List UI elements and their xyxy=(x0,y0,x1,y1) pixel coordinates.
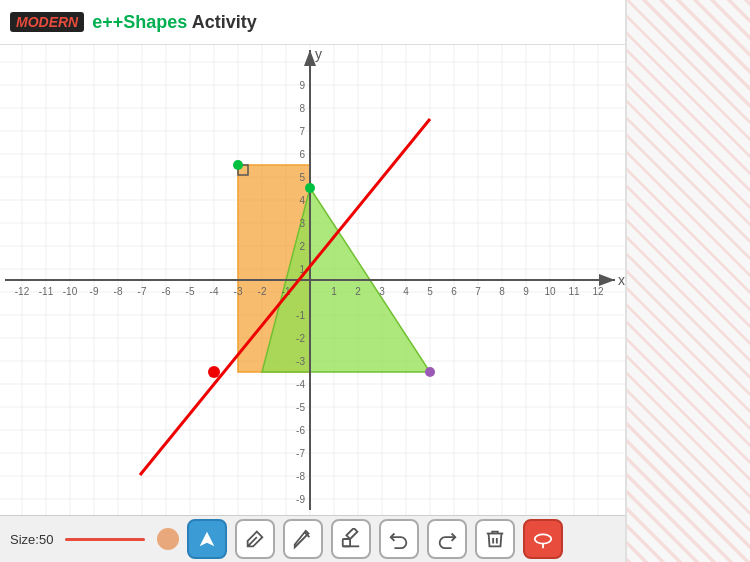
y-axis-label: y xyxy=(315,46,322,62)
pen-tool-button[interactable] xyxy=(235,519,275,559)
svg-text:-1: -1 xyxy=(296,310,305,321)
svg-text:-8: -8 xyxy=(114,286,123,297)
svg-text:6: 6 xyxy=(299,149,305,160)
x-axis-label: x xyxy=(618,272,625,288)
size-slider-thumb[interactable] xyxy=(157,528,179,550)
svg-point-90 xyxy=(535,534,552,543)
marker-tool-button[interactable] xyxy=(283,519,323,559)
svg-text:8: 8 xyxy=(499,286,505,297)
svg-text:9: 9 xyxy=(299,80,305,91)
svg-text:-5: -5 xyxy=(296,402,305,413)
app-title: e++Shapes Activity xyxy=(92,12,256,33)
app-title-activity: Activity xyxy=(187,12,256,32)
vertex-line-end[interactable] xyxy=(208,366,220,378)
undo-button[interactable] xyxy=(379,519,419,559)
header: MODERN e++Shapes Activity xyxy=(0,0,625,45)
coordinate-graph[interactable]: x y -12 -11 -10 -9 -8 -7 -6 -5 -4 -3 -2 … xyxy=(0,45,625,515)
svg-text:-2: -2 xyxy=(296,333,305,344)
svg-text:-5: -5 xyxy=(186,286,195,297)
svg-text:1: 1 xyxy=(331,286,337,297)
svg-text:-9: -9 xyxy=(296,494,305,505)
svg-text:4: 4 xyxy=(299,195,305,206)
svg-text:-4: -4 xyxy=(210,286,219,297)
svg-text:9: 9 xyxy=(523,286,529,297)
app-title-prefix: e++ xyxy=(92,12,123,32)
lasso-button[interactable] xyxy=(523,519,563,559)
bottom-toolbar: Size:50 xyxy=(0,515,625,562)
vertex-top[interactable] xyxy=(305,183,315,193)
svg-text:8: 8 xyxy=(299,103,305,114)
svg-text:11: 11 xyxy=(568,286,580,297)
svg-text:-6: -6 xyxy=(296,425,305,436)
stripe-overlay xyxy=(627,0,750,562)
svg-text:-9: -9 xyxy=(90,286,99,297)
vertex-triangle-bottomright[interactable] xyxy=(425,367,435,377)
svg-text:3: 3 xyxy=(379,286,385,297)
svg-rect-89 xyxy=(343,539,350,546)
svg-text:12: 12 xyxy=(592,286,604,297)
logo-text: MODERN xyxy=(16,14,78,30)
vertex-rectangle-topleft[interactable] xyxy=(233,160,243,170)
select-tool-button[interactable] xyxy=(187,519,227,559)
svg-text:2: 2 xyxy=(355,286,361,297)
svg-text:2: 2 xyxy=(299,241,305,252)
svg-text:6: 6 xyxy=(451,286,457,297)
graph-area[interactable]: x y -12 -11 -10 -9 -8 -7 -6 -5 -4 -3 -2 … xyxy=(0,45,625,515)
trash-button[interactable] xyxy=(475,519,515,559)
svg-text:-4: -4 xyxy=(296,379,305,390)
svg-text:7: 7 xyxy=(299,126,305,137)
logo: MODERN xyxy=(10,12,84,32)
svg-text:5: 5 xyxy=(427,286,433,297)
svg-text:-8: -8 xyxy=(296,471,305,482)
app-title-shapes: Shapes xyxy=(123,12,187,32)
svg-text:-3: -3 xyxy=(234,286,243,297)
svg-text:3: 3 xyxy=(299,218,305,229)
svg-text:-6: -6 xyxy=(162,286,171,297)
size-label: Size:50 xyxy=(10,532,53,547)
svg-text:10: 10 xyxy=(544,286,556,297)
svg-text:-11: -11 xyxy=(39,286,54,297)
svg-text:-10: -10 xyxy=(63,286,78,297)
svg-text:5: 5 xyxy=(299,172,305,183)
svg-marker-88 xyxy=(200,532,215,547)
eraser-tool-button[interactable] xyxy=(331,519,371,559)
right-panel: Eng ? Tools Select a shape Cut and form … xyxy=(625,0,750,562)
redo-button[interactable] xyxy=(427,519,467,559)
svg-text:-2: -2 xyxy=(258,286,267,297)
svg-text:4: 4 xyxy=(403,286,409,297)
size-slider-track[interactable] xyxy=(65,538,145,541)
svg-text:7: 7 xyxy=(475,286,481,297)
svg-text:-7: -7 xyxy=(296,448,305,459)
svg-text:-7: -7 xyxy=(138,286,147,297)
svg-text:-3: -3 xyxy=(296,356,305,367)
svg-text:-12: -12 xyxy=(15,286,30,297)
